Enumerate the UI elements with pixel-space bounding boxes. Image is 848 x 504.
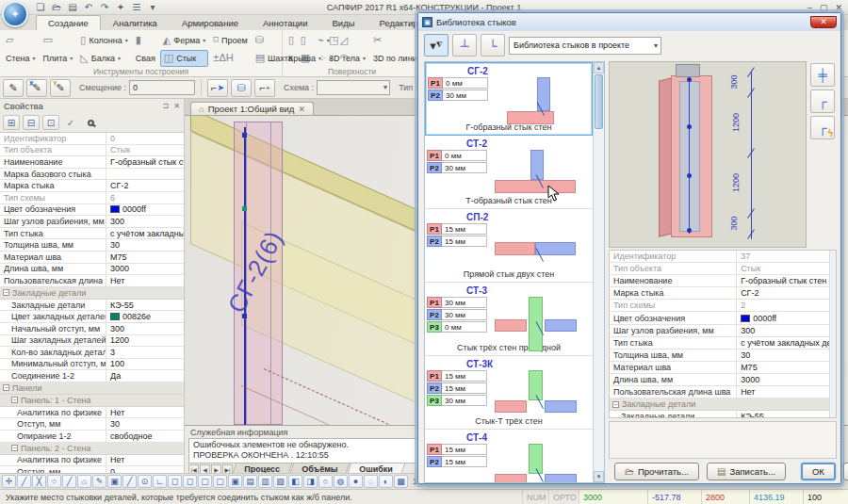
page-icon[interactable]: ⊡	[42, 115, 59, 130]
property-row[interactable]: НаименованиеГ-образный стык стен	[0, 156, 184, 169]
property-row[interactable]: Марка стыкаСГ-2	[0, 180, 184, 192]
ribbon-tab-Создание[interactable]: Создание	[36, 15, 101, 30]
save-icon[interactable]: ▤	[66, 1, 79, 13]
ribbon-tab-Армирование[interactable]: Армирование	[170, 15, 251, 30]
draw-icon[interactable]: ✎	[3, 79, 24, 97]
property-row[interactable]: Минимальный отступ, мм100	[0, 359, 184, 371]
snap-icon-2[interactable]: ╳	[32, 475, 46, 488]
search-icon[interactable]	[82, 115, 99, 130]
param-value[interactable]: 15 мм	[442, 456, 487, 467]
property-row[interactable]: Марка стыкаСГ-2	[610, 287, 829, 300]
stack-3d-icon[interactable]: ⛁	[231, 79, 252, 97]
snap-icon-22[interactable]: ◍	[334, 475, 348, 488]
minimize-button[interactable]: –	[807, 3, 812, 12]
read-button[interactable]: 🗁Прочитать...	[614, 463, 699, 480]
property-row[interactable]: Тип стыкас учётом закладных д...	[0, 228, 184, 240]
dimension-toggle-icon[interactable]: ╪	[810, 63, 835, 87]
joint-list-item-СГ-2[interactable]: СГ-2P10 ммP230 ммГ-образный стык стен	[425, 62, 593, 136]
corner-add-icon[interactable]: ⌐+	[254, 79, 275, 97]
property-row[interactable]: Отступ, мм30	[0, 418, 184, 431]
property-row[interactable]: Шаг узлов разбиения, мм300	[0, 216, 184, 228]
property-section[interactable]: −Панель: 1 - Стена	[0, 395, 184, 407]
ribbon-tab-Виды[interactable]: Виды	[319, 15, 367, 30]
param-value[interactable]: 30 мм	[442, 395, 487, 406]
slab-icon[interactable]: ▭	[41, 32, 76, 49]
write-button[interactable]: ▤Записать...	[707, 463, 786, 480]
alphabetical-icon[interactable]: ⊟	[23, 115, 40, 130]
navigate-icon[interactable]: ✦	[114, 1, 127, 13]
pin-icon[interactable]: ⊐	[163, 102, 170, 110]
property-row[interactable]: НаименованиеГ-образный стык стен	[610, 275, 829, 287]
close-button[interactable]: ✕	[835, 3, 842, 12]
property-row[interactable]: Цвет обозначения0000ff	[610, 312, 829, 324]
property-row[interactable]: Пользовательская длина шваНет	[610, 386, 829, 398]
snap-icon-15[interactable]: ▣	[228, 475, 242, 488]
joint-list-item-СТ-2[interactable]: СТ-2P10 ммP230 ммТ-образный стык стен	[425, 136, 593, 209]
property-section[interactable]: −Панели	[0, 382, 184, 395]
snap-icon-12[interactable]: ◻	[183, 475, 197, 488]
snap-icon-18[interactable]: ▧	[273, 475, 287, 488]
ribbon-tab-Аналитика[interactable]: Аналитика	[101, 15, 170, 30]
param-value[interactable]: 15 мм	[442, 370, 487, 382]
dialog-close-button[interactable]: ✕	[810, 16, 837, 28]
snap-icon-9[interactable]: ⊙	[138, 475, 152, 488]
property-row[interactable]: Марка базового стыка	[0, 169, 184, 181]
draw-y-icon[interactable]: Y✎	[50, 79, 71, 97]
property-row[interactable]: Цвет обозначения0000ff	[0, 204, 184, 217]
param-value[interactable]: 15 мм	[442, 223, 487, 235]
param-value[interactable]: 15 мм	[442, 236, 487, 247]
property-row[interactable]: Тип стыкас учётом закладных деталей	[610, 337, 829, 350]
snap-icon-26[interactable]: ▩	[394, 475, 408, 488]
corner-joint-icon[interactable]: └	[481, 34, 505, 57]
param-value[interactable]: 15 мм	[442, 382, 487, 394]
property-row[interactable]: Опирание 1-2свободное	[0, 431, 184, 443]
snap-icon-21[interactable]: ○	[318, 475, 333, 488]
grid-scrollbar[interactable]	[829, 251, 836, 417]
param-value[interactable]: 30 мм	[442, 162, 487, 173]
schema-combo[interactable]	[317, 80, 390, 95]
open-folder-icon[interactable]: 🗁	[50, 1, 63, 13]
regenerate-icon[interactable]: ┌ϟ	[810, 116, 835, 139]
property-row[interactable]: Тип объектаСтык	[0, 145, 184, 157]
property-row[interactable]: Длина шва, мм3000	[610, 374, 829, 386]
ribbon-button-Стена[interactable]: Стена▾	[3, 50, 39, 67]
truss-icon[interactable]: ◭Ферма▾	[160, 32, 209, 49]
ribbon-button-Крыша[interactable]: Крыша▾	[285, 50, 324, 67]
snap-icon-8[interactable]: ╱	[122, 475, 137, 488]
joint-icon[interactable]: ◫Стык	[160, 50, 209, 67]
snap-icon-14[interactable]: ▢	[213, 475, 227, 488]
app-menu-button[interactable]	[2, 1, 28, 27]
property-row[interactable]: Шаг закладных деталей, мм1200	[0, 335, 184, 348]
view-tab[interactable]: ⌂ Проект 1:Общий вид ✕	[190, 102, 314, 115]
property-row[interactable]: Пользовательская длина шваНет	[0, 275, 184, 287]
property-row[interactable]: Закладные деталиКЭ-55	[0, 300, 184, 312]
column-icon[interactable]: ▯Колонна▾	[77, 32, 130, 49]
scroll-thumb[interactable]	[595, 74, 603, 129]
property-row[interactable]: Шаг узлов разбиения, мм300	[610, 325, 829, 337]
property-row[interactable]: Аналитика по физикеНет	[0, 407, 184, 419]
draw-x-icon[interactable]: X✎	[26, 79, 47, 97]
property-row[interactable]: Тип схемы6	[0, 192, 184, 204]
cancel-button[interactable]: Отмена	[843, 463, 848, 480]
param-value[interactable]: 0 мм	[442, 321, 487, 333]
maximize-button[interactable]: ▢	[820, 3, 828, 12]
close-tab-icon[interactable]: ✕	[298, 105, 305, 114]
property-row[interactable]: Идентификатор37	[610, 251, 829, 263]
snap-icon-23[interactable]: ●	[349, 475, 363, 488]
property-row[interactable]: Соединение 1-2Да	[0, 370, 184, 382]
property-row[interactable]: Тип объектаСтык	[610, 263, 829, 275]
offset-input[interactable]	[129, 80, 195, 95]
snap-icon-10[interactable]: ∟	[153, 475, 167, 488]
snap-icon-25[interactable]: ◐	[379, 475, 393, 488]
property-section[interactable]: −Закладные детали	[0, 287, 184, 300]
param-value[interactable]: 30 мм	[442, 297, 487, 308]
dialog-titlebar[interactable]: ▣ Библиотека стыков ✕	[418, 13, 840, 31]
property-row[interactable]: Материал шваМ75	[610, 362, 829, 374]
redo-icon[interactable]: ↷	[98, 1, 111, 13]
property-row[interactable]: Начальный отступ, мм300	[0, 323, 184, 335]
beam-icon[interactable]: ◺Балка▾	[77, 50, 130, 67]
property-row[interactable]: Длина шва, мм3000	[0, 264, 184, 276]
delta-h-icon[interactable]: ±ΔН	[210, 50, 250, 67]
scroll-up-icon[interactable]: ▲	[594, 62, 604, 73]
ribbon-button-3D тела[interactable]: 3D тела▾	[326, 50, 368, 67]
